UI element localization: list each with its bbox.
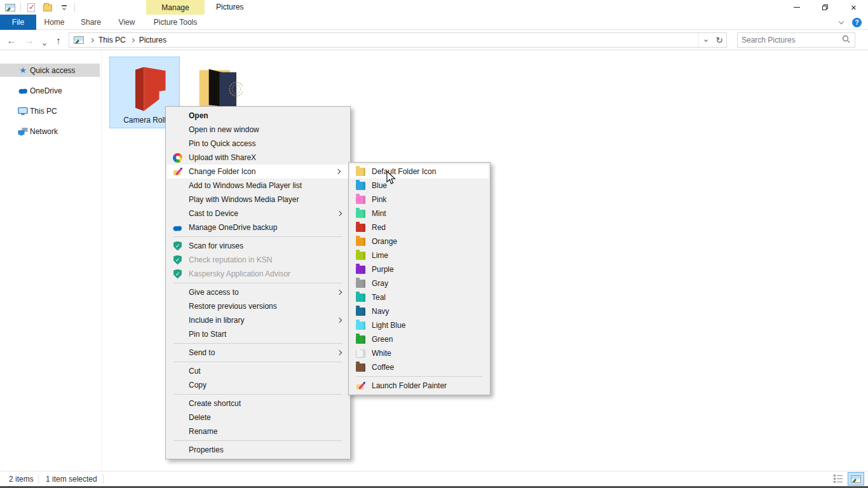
pictures-folder-icon xyxy=(192,57,243,112)
explorer-pictures-icon[interactable] xyxy=(4,2,17,13)
sidebar-item-onedrive[interactable]: OneDrive xyxy=(0,84,100,97)
submenu-item-launch-folder-painter[interactable]: Launch Folder Painter xyxy=(349,379,490,393)
submenu-item-teal[interactable]: Teal xyxy=(349,290,490,304)
menu-item-create-shortcut[interactable]: Create shortcut xyxy=(166,396,350,410)
ribbon-collapse-icon[interactable] xyxy=(839,18,844,24)
close-button[interactable]: × xyxy=(839,0,868,15)
new-folder-qat-icon[interactable] xyxy=(41,2,54,13)
title-bar: Manage Pictures × xyxy=(0,0,868,15)
submenu-item-mint[interactable]: Mint xyxy=(349,207,490,220)
change-folder-icon-submenu: Default Folder Icon Blue Pink Mint Red O… xyxy=(348,162,491,395)
folder-swatch-coffee-icon xyxy=(356,363,365,372)
submenu-item-coffee[interactable]: Coffee xyxy=(349,360,490,374)
submenu-item-white[interactable]: White xyxy=(349,346,490,360)
menu-item-play-wmp[interactable]: Play with Windows Media Player xyxy=(166,193,350,207)
menu-item-restore-previous-versions[interactable]: Restore previous versions xyxy=(166,299,350,313)
recent-locations-icon[interactable] xyxy=(37,37,52,51)
menu-item-open[interactable]: Open xyxy=(166,109,350,123)
details-view-icon xyxy=(834,475,843,483)
menu-item-cast-to-device[interactable]: Cast to Device xyxy=(166,207,350,220)
menu-item-delete[interactable]: Delete xyxy=(166,410,350,424)
tab-picture-tools[interactable]: Picture Tools xyxy=(146,15,205,30)
tab-view[interactable]: View xyxy=(109,15,144,30)
context-menu: Open Open in new window Pin to Quick acc… xyxy=(165,106,351,459)
search-icon[interactable] xyxy=(842,35,850,45)
onedrive-cloud-icon xyxy=(172,222,183,233)
sidebar-item-quick-access[interactable]: ★ Quick access xyxy=(0,64,100,77)
file-explorer-window: Manage Pictures × File Home Share View P… xyxy=(0,0,868,488)
submenu-item-navy[interactable]: Navy xyxy=(349,304,490,318)
forward-button[interactable]: → xyxy=(22,33,37,47)
submenu-item-red[interactable]: Red xyxy=(349,220,490,234)
breadcrumb-this-pc[interactable]: This PC xyxy=(96,36,128,44)
tab-file[interactable]: File xyxy=(0,15,36,30)
quick-access-toolbar xyxy=(4,2,75,13)
menu-item-upload-sharex[interactable]: Upload with ShareX xyxy=(166,151,350,165)
folder-painter-brush-icon xyxy=(172,166,183,177)
submenu-item-light-blue[interactable]: Light Blue xyxy=(349,318,490,332)
folder-swatch-mint-icon xyxy=(356,210,365,218)
red-folder-icon xyxy=(119,57,170,113)
sidebar-item-this-pc[interactable]: This PC xyxy=(0,104,100,118)
window-title: Pictures xyxy=(216,3,243,11)
submenu-item-green[interactable]: Green xyxy=(349,332,490,346)
menu-item-copy[interactable]: Copy xyxy=(166,378,350,392)
folder-painter-brush-icon xyxy=(355,381,366,391)
properties-qat-icon[interactable] xyxy=(25,2,37,13)
tab-home[interactable]: Home xyxy=(36,15,72,30)
tab-share[interactable]: Share xyxy=(72,15,109,30)
menu-item-open-new-window[interactable]: Open in new window xyxy=(166,123,350,137)
menu-item-change-folder-icon[interactable]: Change Folder Icon xyxy=(167,165,349,179)
status-separator xyxy=(103,474,104,484)
items-count: 2 items xyxy=(9,475,34,484)
menu-item-cut[interactable]: Cut xyxy=(166,364,350,378)
folder-swatch-gray-icon xyxy=(356,280,365,288)
menu-item-properties[interactable]: Properties xyxy=(166,443,350,457)
submenu-item-gray[interactable]: Gray xyxy=(349,276,490,290)
menu-item-send-to[interactable]: Send to xyxy=(166,346,350,360)
search-input[interactable] xyxy=(738,36,842,44)
address-dropdown-icon[interactable] xyxy=(698,33,712,47)
sidebar-item-network[interactable]: Network xyxy=(0,125,100,138)
menu-item-scan-for-viruses[interactable]: Scan for viruses xyxy=(166,239,350,253)
thumbnail-view-button[interactable] xyxy=(848,472,864,485)
submenu-arrow-icon xyxy=(337,289,342,294)
submenu-item-blue[interactable]: Blue xyxy=(349,179,490,193)
menu-item-include-in-library[interactable]: Include in library xyxy=(166,313,350,327)
menu-item-manage-onedrive-backup[interactable]: Manage OneDrive backup xyxy=(166,220,350,234)
refresh-icon[interactable]: ↻ xyxy=(712,33,726,47)
menu-item-check-reputation-ksn[interactable]: Check reputation in KSN xyxy=(166,253,350,267)
address-bar[interactable]: This PC Pictures ↻ xyxy=(69,32,727,48)
menu-item-rename[interactable]: Rename xyxy=(166,424,350,438)
submenu-item-orange[interactable]: Orange xyxy=(349,234,490,248)
menu-item-kaspersky-application-advisor[interactable]: Kaspersky Application Advisor xyxy=(166,267,350,281)
customize-qat-icon[interactable] xyxy=(58,2,71,13)
menu-separator xyxy=(173,362,342,362)
menu-item-give-access-to[interactable]: Give access to xyxy=(166,285,350,299)
menu-item-add-wmp-list[interactable]: Add to Windows Media Player list xyxy=(166,179,350,193)
restore-icon xyxy=(822,4,828,10)
submenu-item-default-folder-icon[interactable]: Default Folder Icon xyxy=(350,165,489,179)
help-icon[interactable]: ? xyxy=(852,18,862,27)
submenu-item-purple[interactable]: Purple xyxy=(349,262,490,276)
tab-manage[interactable]: Manage xyxy=(146,0,205,15)
onedrive-cloud-icon xyxy=(17,87,29,94)
breadcrumb-pictures[interactable]: Pictures xyxy=(137,36,169,44)
submenu-item-lime[interactable]: Lime xyxy=(349,248,490,262)
details-view-button[interactable] xyxy=(830,472,846,485)
submenu-item-pink[interactable]: Pink xyxy=(349,193,490,207)
minimize-button[interactable] xyxy=(782,0,811,15)
location-icon xyxy=(74,36,84,44)
menu-separator xyxy=(173,343,342,344)
back-button[interactable]: ← xyxy=(4,33,19,47)
folder-label: Camera Roll xyxy=(123,116,166,125)
search-box[interactable] xyxy=(737,32,855,48)
restore-button[interactable] xyxy=(811,0,839,15)
menu-separator xyxy=(173,440,342,441)
up-button[interactable]: ↑ xyxy=(51,33,66,47)
navigation-pane: ★ Quick access OneDrive This PC Network xyxy=(0,50,102,471)
menu-item-pin-to-start[interactable]: Pin to Start xyxy=(166,327,350,341)
menu-item-pin-quick-access[interactable]: Pin to Quick access xyxy=(166,137,350,151)
folder-swatch-default-icon xyxy=(356,168,365,176)
menu-separator xyxy=(173,394,342,395)
